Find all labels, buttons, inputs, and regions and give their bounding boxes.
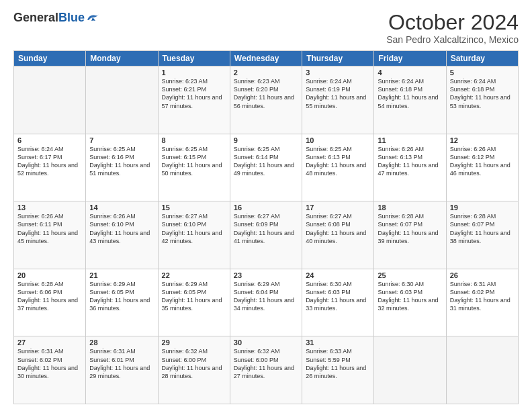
- day-number: 20: [17, 271, 82, 279]
- day-number: 9: [234, 136, 298, 144]
- calendar-cell: [374, 336, 446, 404]
- logo-bird-icon: [86, 13, 99, 24]
- calendar-cell: 31Sunrise: 6:33 AMSunset: 5:59 PMDayligh…: [302, 336, 374, 404]
- header: GeneralBlue October 2024 San Pedro Xalca…: [13, 11, 519, 45]
- calendar-cell: 20Sunrise: 6:28 AMSunset: 6:06 PMDayligh…: [14, 269, 86, 336]
- cell-content: Sunrise: 6:31 AMSunset: 6:02 PMDaylight:…: [450, 281, 511, 312]
- day-number: 15: [162, 203, 226, 212]
- week-row-1: 1Sunrise: 6:23 AMSunset: 6:21 PMDaylight…: [14, 66, 519, 134]
- cell-content: Sunrise: 6:30 AMSunset: 6:03 PMDaylight:…: [306, 281, 366, 312]
- calendar-cell: 4Sunrise: 6:24 AMSunset: 6:18 PMDaylight…: [374, 66, 446, 134]
- day-number: 14: [89, 203, 154, 212]
- day-number: 24: [306, 271, 370, 279]
- day-number: 27: [17, 338, 82, 347]
- day-number: 31: [306, 338, 370, 347]
- week-row-4: 20Sunrise: 6:28 AMSunset: 6:06 PMDayligh…: [14, 269, 519, 336]
- day-number: 18: [378, 203, 442, 212]
- calendar-cell: 11Sunrise: 6:26 AMSunset: 6:13 PMDayligh…: [374, 134, 446, 201]
- day-number: 12: [450, 136, 515, 144]
- day-number: 30: [234, 338, 298, 347]
- week-row-2: 6Sunrise: 6:24 AMSunset: 6:17 PMDaylight…: [14, 134, 519, 201]
- calendar-cell: 24Sunrise: 6:30 AMSunset: 6:03 PMDayligh…: [302, 269, 374, 336]
- day-number: 5: [450, 68, 515, 77]
- cell-content: Sunrise: 6:24 AMSunset: 6:17 PMDaylight:…: [17, 146, 78, 177]
- day-number: 28: [89, 338, 154, 347]
- week-row-5: 27Sunrise: 6:31 AMSunset: 6:02 PMDayligh…: [14, 336, 519, 404]
- calendar-cell: [14, 66, 86, 134]
- day-number: 6: [17, 136, 82, 144]
- calendar-cell: 3Sunrise: 6:24 AMSunset: 6:19 PMDaylight…: [302, 66, 374, 134]
- calendar-cell: 26Sunrise: 6:31 AMSunset: 6:02 PMDayligh…: [446, 269, 518, 336]
- header-row: SundayMondayTuesdayWednesdayThursdayFrid…: [14, 51, 519, 66]
- cell-content: Sunrise: 6:29 AMSunset: 6:05 PMDaylight:…: [162, 281, 222, 312]
- day-number: 25: [378, 271, 442, 279]
- subtitle: San Pedro Xalcaltzinco, Mexico: [386, 34, 519, 45]
- day-number: 22: [162, 271, 226, 279]
- day-number: 13: [17, 203, 82, 212]
- day-header-monday: Monday: [86, 51, 158, 66]
- cell-content: Sunrise: 6:23 AMSunset: 6:21 PMDaylight:…: [162, 78, 222, 109]
- cell-content: Sunrise: 6:24 AMSunset: 6:18 PMDaylight:…: [378, 78, 438, 109]
- day-number: 3: [306, 68, 370, 77]
- cell-content: Sunrise: 6:27 AMSunset: 6:10 PMDaylight:…: [162, 213, 222, 244]
- cell-content: Sunrise: 6:28 AMSunset: 6:06 PMDaylight:…: [17, 281, 78, 312]
- day-header-thursday: Thursday: [302, 51, 374, 66]
- calendar-cell: 16Sunrise: 6:27 AMSunset: 6:09 PMDayligh…: [230, 201, 302, 269]
- day-header-sunday: Sunday: [14, 51, 86, 66]
- logo: GeneralBlue: [13, 11, 99, 25]
- cell-content: Sunrise: 6:32 AMSunset: 6:00 PMDaylight:…: [162, 348, 222, 379]
- calendar-cell: 27Sunrise: 6:31 AMSunset: 6:02 PMDayligh…: [14, 336, 86, 404]
- day-number: 17: [306, 203, 370, 212]
- day-number: 16: [234, 203, 298, 212]
- cell-content: Sunrise: 6:26 AMSunset: 6:13 PMDaylight:…: [378, 146, 438, 177]
- calendar-cell: 12Sunrise: 6:26 AMSunset: 6:12 PMDayligh…: [446, 134, 518, 201]
- cell-content: Sunrise: 6:26 AMSunset: 6:12 PMDaylight:…: [450, 146, 511, 177]
- calendar-cell: 28Sunrise: 6:31 AMSunset: 6:01 PMDayligh…: [86, 336, 158, 404]
- day-number: 8: [162, 136, 226, 144]
- page: GeneralBlue October 2024 San Pedro Xalca…: [0, 0, 532, 411]
- calendar-cell: 5Sunrise: 6:24 AMSunset: 6:18 PMDaylight…: [446, 66, 518, 134]
- cell-content: Sunrise: 6:32 AMSunset: 6:00 PMDaylight:…: [234, 348, 294, 379]
- calendar-cell: 23Sunrise: 6:29 AMSunset: 6:04 PMDayligh…: [230, 269, 302, 336]
- cell-content: Sunrise: 6:26 AMSunset: 6:10 PMDaylight:…: [89, 213, 150, 244]
- day-number: 19: [450, 203, 515, 212]
- day-number: 4: [378, 68, 442, 77]
- cell-content: Sunrise: 6:31 AMSunset: 6:01 PMDaylight:…: [89, 348, 150, 379]
- logo-text: GeneralBlue: [13, 11, 99, 25]
- cell-content: Sunrise: 6:27 AMSunset: 6:08 PMDaylight:…: [306, 213, 366, 244]
- cell-content: Sunrise: 6:30 AMSunset: 6:03 PMDaylight:…: [378, 281, 438, 312]
- logo-general: General: [13, 11, 58, 25]
- calendar-cell: 17Sunrise: 6:27 AMSunset: 6:08 PMDayligh…: [302, 201, 374, 269]
- calendar-table: SundayMondayTuesdayWednesdayThursdayFrid…: [13, 50, 519, 404]
- cell-content: Sunrise: 6:27 AMSunset: 6:09 PMDaylight:…: [234, 213, 294, 244]
- day-header-wednesday: Wednesday: [230, 51, 302, 66]
- calendar-cell: 8Sunrise: 6:25 AMSunset: 6:15 PMDaylight…: [158, 134, 230, 201]
- calendar-cell: 18Sunrise: 6:28 AMSunset: 6:07 PMDayligh…: [374, 201, 446, 269]
- cell-content: Sunrise: 6:23 AMSunset: 6:20 PMDaylight:…: [234, 78, 294, 109]
- cell-content: Sunrise: 6:28 AMSunset: 6:07 PMDaylight:…: [450, 213, 511, 244]
- calendar-cell: 19Sunrise: 6:28 AMSunset: 6:07 PMDayligh…: [446, 201, 518, 269]
- cell-content: Sunrise: 6:25 AMSunset: 6:13 PMDaylight:…: [306, 146, 366, 177]
- day-number: 7: [89, 136, 154, 144]
- day-number: 10: [306, 136, 370, 144]
- cell-content: Sunrise: 6:26 AMSunset: 6:11 PMDaylight:…: [17, 213, 78, 244]
- calendar-cell: 29Sunrise: 6:32 AMSunset: 6:00 PMDayligh…: [158, 336, 230, 404]
- cell-content: Sunrise: 6:29 AMSunset: 6:05 PMDaylight:…: [89, 281, 150, 312]
- day-number: 2: [234, 68, 298, 77]
- calendar-cell: 25Sunrise: 6:30 AMSunset: 6:03 PMDayligh…: [374, 269, 446, 336]
- calendar-cell: [446, 336, 518, 404]
- cell-content: Sunrise: 6:31 AMSunset: 6:02 PMDaylight:…: [17, 348, 78, 379]
- calendar-cell: [86, 66, 158, 134]
- cell-content: Sunrise: 6:24 AMSunset: 6:18 PMDaylight:…: [450, 78, 511, 109]
- day-header-saturday: Saturday: [446, 51, 518, 66]
- calendar-cell: 13Sunrise: 6:26 AMSunset: 6:11 PMDayligh…: [14, 201, 86, 269]
- cell-content: Sunrise: 6:25 AMSunset: 6:15 PMDaylight:…: [162, 146, 222, 177]
- title-section: October 2024 San Pedro Xalcaltzinco, Mex…: [386, 11, 519, 45]
- cell-content: Sunrise: 6:33 AMSunset: 5:59 PMDaylight:…: [306, 348, 366, 379]
- day-number: 23: [234, 271, 298, 279]
- calendar-cell: 2Sunrise: 6:23 AMSunset: 6:20 PMDaylight…: [230, 66, 302, 134]
- calendar-cell: 10Sunrise: 6:25 AMSunset: 6:13 PMDayligh…: [302, 134, 374, 201]
- day-number: 1: [162, 68, 226, 77]
- calendar-cell: 1Sunrise: 6:23 AMSunset: 6:21 PMDaylight…: [158, 66, 230, 134]
- logo-blue: Blue: [58, 11, 85, 25]
